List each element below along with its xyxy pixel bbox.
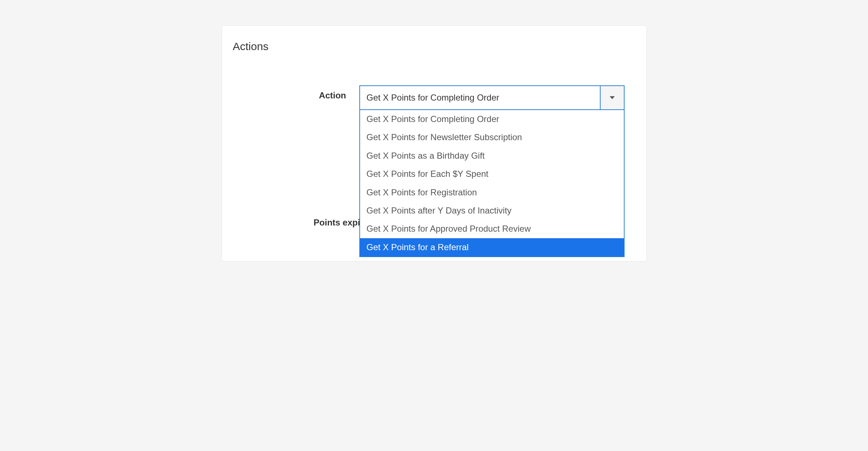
action-label: Action [319,90,346,100]
actions-panel: Actions Action Get X Points for Completi… [222,25,647,261]
action-select-value: Get X Points for Completing Order [360,93,506,103]
action-option[interactable]: Get X Points for Approved Product Review [360,220,624,238]
action-dropdown-list[interactable]: Get X Points for Completing OrderGet X P… [359,110,625,257]
action-select[interactable]: Get X Points for Completing Order Get X … [359,85,625,110]
panel-title: Actions [233,40,625,53]
select-arrow-box[interactable] [600,86,624,109]
action-option[interactable]: Get X Points for Newsletter Subscription [360,128,624,146]
action-option[interactable]: Get X Points for Completing Order [360,110,624,128]
caret-down-icon [610,96,615,99]
action-option[interactable]: Get X Points for Registration [360,183,624,202]
action-row: Action Get X Points for Completing Order… [233,85,625,110]
action-option[interactable]: Get X Points as a Birthday Gift [360,147,624,165]
action-option[interactable]: Get X Points after Y Days of Inactivity [360,202,624,220]
action-option[interactable]: Get X Points for Each $Y Spent [360,165,624,183]
action-option[interactable]: Get X Points for a Referral [360,238,624,256]
action-select-display[interactable]: Get X Points for Completing Order [359,85,625,110]
